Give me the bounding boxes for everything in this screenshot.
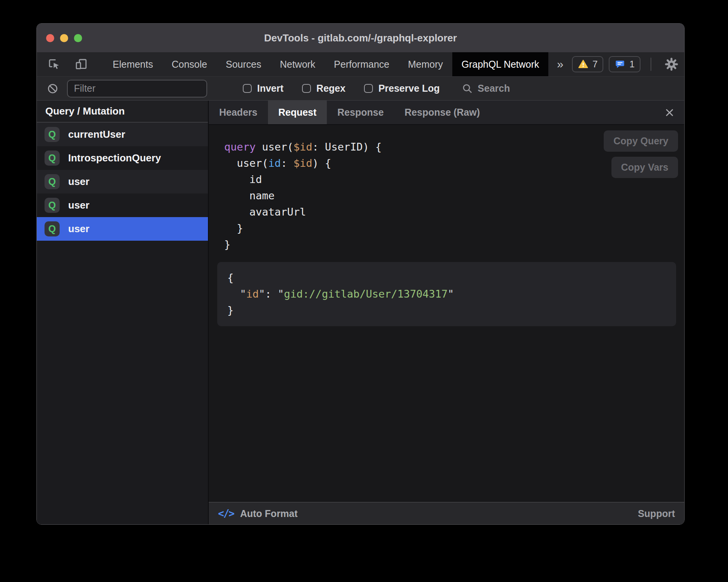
block-icon [47, 83, 58, 94]
code-variable: $id [294, 157, 312, 169]
json-text: } [227, 304, 234, 316]
clear-filter-button[interactable] [44, 83, 62, 94]
tab-response-raw[interactable]: Response (Raw) [394, 101, 490, 124]
code-keyword: query [224, 141, 256, 153]
search-label: Search [478, 83, 510, 94]
tab-request[interactable]: Request [268, 101, 327, 124]
sidebar-empty-space [37, 241, 208, 524]
regex-filter-control: Regex [302, 83, 345, 94]
auto-format-button[interactable]: </> Auto Format [218, 508, 298, 519]
invert-filter-control: Invert [243, 83, 283, 94]
regex-checkbox[interactable] [302, 84, 311, 93]
tab-network[interactable]: Network [271, 52, 325, 76]
list-item-user-3-selected[interactable]: Q user [37, 217, 208, 241]
variables-json: { "id": "gid://gitlab/User/13704317" } [227, 270, 666, 318]
inspect-element-button[interactable] [45, 58, 64, 71]
query-name: user [68, 223, 89, 235]
tab-response[interactable]: Response [327, 101, 394, 124]
code-text: ) { id name avatarUrl } } [224, 157, 331, 250]
copy-buttons: Copy Query Copy Vars [604, 130, 678, 178]
json-quote: " [448, 288, 454, 300]
tab-memory[interactable]: Memory [398, 52, 452, 76]
devtools-window: DevTools - gitlab.com/-/graphql-explorer… [36, 23, 685, 525]
more-tabs-button[interactable]: » [548, 52, 572, 76]
code-variable: $id [294, 141, 312, 153]
detail-panel: Headers Request Response Response (Raw) … [209, 101, 684, 524]
toolbar-icons [37, 52, 94, 76]
filter-bar: Invert Regex Preserve Log Search [37, 77, 684, 101]
json-quote: " [259, 288, 265, 300]
auto-format-label: Auto Format [240, 508, 298, 519]
window-title: DevTools - gitlab.com/-/graphql-explorer [264, 32, 457, 44]
titlebar: DevTools - gitlab.com/-/graphql-explorer [37, 24, 684, 52]
close-detail-button[interactable] [655, 101, 684, 124]
json-quote: " [240, 288, 246, 300]
chat-bubble-icon [615, 59, 625, 70]
query-type-badge: Q [45, 198, 60, 213]
regex-label: Regex [316, 83, 345, 94]
minimize-window-button[interactable] [60, 34, 68, 42]
code-text: : [281, 157, 294, 169]
json-string: gid://gitlab/User/13704317 [284, 288, 448, 300]
code-format-icon: </> [218, 508, 234, 519]
query-type-badge: Q [45, 174, 60, 189]
devtools-tab-bar: Elements Console Sources Network Perform… [37, 52, 684, 77]
json-text: : [265, 288, 278, 300]
warnings-badge[interactable]: 7 [572, 56, 603, 72]
query-type-badge: Q [45, 221, 60, 236]
warning-count: 7 [592, 59, 598, 70]
tab-graphql-network[interactable]: GraphQL Network [452, 52, 549, 76]
preserve-log-label: Preserve Log [378, 83, 440, 94]
code-text: user( [256, 141, 294, 153]
inspect-cursor-icon [48, 58, 61, 71]
list-item-user-1[interactable]: Q user [37, 170, 208, 193]
preserve-log-control: Preserve Log [364, 83, 440, 94]
message-count: 1 [629, 59, 634, 70]
query-name: currentUser [68, 128, 125, 140]
messages-badge[interactable]: 1 [609, 56, 640, 72]
zoom-window-button[interactable] [74, 34, 82, 42]
json-key: id [246, 288, 259, 300]
query-type-badge: Q [45, 127, 60, 142]
copy-vars-button[interactable]: Copy Vars [611, 157, 678, 178]
list-item-currentuser[interactable]: Q currentUser [37, 123, 208, 146]
code-argument: id [268, 157, 281, 169]
tab-console[interactable]: Console [162, 52, 216, 76]
invert-label: Invert [257, 83, 283, 94]
tab-headers[interactable]: Headers [209, 101, 268, 124]
query-type-badge: Q [45, 151, 60, 166]
list-item-introspectionquery[interactable]: Q IntrospectionQuery [37, 146, 208, 170]
detail-tab-bar: Headers Request Response Response (Raw) [209, 101, 684, 125]
variables-box: { "id": "gid://gitlab/User/13704317" } [217, 262, 676, 326]
filter-input[interactable] [67, 80, 207, 98]
list-item-user-2[interactable]: Q user [37, 193, 208, 217]
query-name: user [68, 199, 89, 211]
copy-query-button[interactable]: Copy Query [604, 130, 678, 152]
search-icon [462, 83, 473, 94]
invert-checkbox[interactable] [243, 84, 252, 93]
search-button[interactable]: Search [462, 83, 510, 94]
toolbar-right-divider [651, 58, 651, 71]
tab-performance[interactable]: Performance [325, 52, 398, 76]
close-icon [664, 107, 675, 118]
toolbar-right-controls: 7 1 [572, 52, 685, 76]
query-list-sidebar: Query / Mutation Q currentUser Q Introsp… [37, 101, 209, 524]
gear-icon [664, 57, 678, 71]
device-toolbar-button[interactable] [72, 58, 91, 71]
query-name: IntrospectionQuery [68, 152, 161, 164]
settings-button[interactable] [661, 57, 682, 71]
json-quote: " [278, 288, 284, 300]
support-link[interactable]: Support [638, 508, 675, 519]
tab-sources[interactable]: Sources [216, 52, 271, 76]
chevron-double-right-icon: » [557, 58, 563, 71]
json-text: { [227, 272, 240, 300]
close-window-button[interactable] [46, 34, 54, 42]
warning-triangle-icon [578, 59, 589, 70]
query-name: user [68, 176, 89, 188]
preserve-log-checkbox[interactable] [364, 84, 373, 93]
sidebar-header: Query / Mutation [37, 101, 208, 123]
request-view: Copy Query Copy Vars query user($id: Use… [209, 125, 684, 502]
tab-elements[interactable]: Elements [103, 52, 162, 76]
device-toolbar-icon [75, 58, 88, 71]
content-area: Query / Mutation Q currentUser Q Introsp… [37, 101, 684, 524]
